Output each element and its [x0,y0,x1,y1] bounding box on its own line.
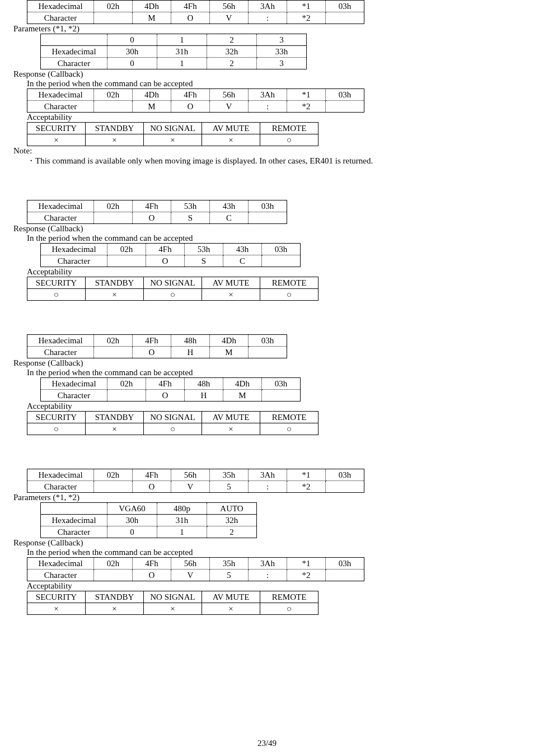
block1-acceptability-label: Acceptability [27,113,521,122]
note-label: Note: [13,146,521,156]
block3-response-table: Hexadecimal 02h 4Fh 48h 4Dh 03h Characte… [40,377,301,402]
block2-period-label: In the period when the command can be ac… [27,234,521,243]
block1-parameters-label: Parameters (*1, *2) [13,24,521,34]
note-text: ・This command is available only when mov… [27,156,521,166]
block2-top-command-table: Hexadecimal 02h 4Fh 53h 43h 03h Characte… [27,200,287,224]
block4-acceptability-table: SECURITY STANDBY NO SIGNAL AV MUTE REMOT… [27,591,318,615]
block4-params-table: VGA60 480p AUTO Hexadecimal 30h 31h 32h … [40,502,257,538]
block1-params-table: 0 1 2 3 Hexadecimal 30h 31h 32h 33h Char… [40,34,307,69]
block1-response-table: Hexadecimal 02h 4Dh 4Fh 56h 3Ah *1 03h C… [27,88,364,113]
block4-response-table: Hexadecimal 02h 4Fh 56h 35h 3Ah *1 03h C… [27,557,364,581]
block4-top-command-table: Hexadecimal 02h 4Fh 56h 35h 3Ah *1 03h C… [27,469,364,493]
label-chr: Character [27,12,94,24]
block3-acceptability-table: SECURITY STANDBY NO SIGNAL AV MUTE REMOT… [27,411,318,435]
block3-acceptability-label: Acceptability [27,402,521,411]
block3-top-command-table: Hexadecimal 02h 4Fh 48h 4Dh 03h Characte… [27,334,287,358]
block1-period-label: In the period when the command can be ac… [27,79,521,88]
block3-response-label: Response (Callback) [13,358,521,368]
block4-response-label: Response (Callback) [13,538,521,548]
block4-parameters-label: Parameters (*1, *2) [13,493,521,502]
label-hex: Hexadecimal [27,1,94,12]
block1-response-label: Response (Callback) [13,69,521,79]
block2-acceptability-table: SECURITY STANDBY NO SIGNAL AV MUTE REMOT… [27,277,318,301]
page-number: 23/49 [0,739,534,748]
block2-response-label: Response (Callback) [13,224,521,234]
block4-acceptability-label: Acceptability [27,581,521,591]
block3-period-label: In the period when the command can be ac… [27,368,521,377]
block1-acceptability-table: SECURITY STANDBY NO SIGNAL AV MUTE REMOT… [27,122,318,146]
block1-top-command-table: Hexadecimal 02h 4Dh 4Fh 56h 3Ah *1 03h C… [27,0,364,24]
block4-period-label: In the period when the command can be ac… [27,548,521,557]
block2-response-table: Hexadecimal 02h 4Fh 53h 43h 03h Characte… [40,243,301,267]
block2-acceptability-label: Acceptability [27,267,521,277]
